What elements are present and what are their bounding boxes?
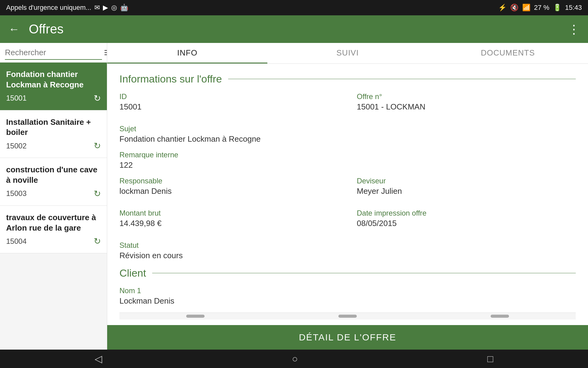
tab-bar: INFO SUIVI DOCUMENTS [107, 43, 588, 64]
status-bar-notifications: Appels d'urgence uniquem... ✉ ▶ ◎ 🤖 [6, 4, 128, 12]
field-montant-value: 14.439,98 € [119, 219, 338, 228]
email-icon: ✉ [94, 4, 100, 12]
detail-action-button[interactable]: DÉTAIL DE L'OFFRE [107, 325, 588, 350]
field-offre: Offre n° 15001 - LOCKMAN [357, 92, 576, 112]
sidebar: Fondation chantier Lockman à Recogne 150… [0, 43, 107, 350]
refresh-icon[interactable]: ↻ [94, 236, 101, 246]
field-montant-label: Montant brut [119, 209, 338, 217]
field-date-impression-value: 08/05/2015 [357, 219, 576, 228]
signal-icon: ▶ [103, 4, 108, 12]
main-content: Fondation chantier Lockman à Recogne 150… [0, 43, 588, 350]
list-item-title: Installation Sanitaire + boiler [6, 117, 101, 138]
field-id-label: ID [119, 92, 338, 101]
detail-content: Informations sur l'offre ID 15001 Offre … [107, 64, 588, 325]
list-item-title: construction d'une cave à noville [6, 165, 101, 186]
section-divider [228, 79, 576, 79]
status-bar: Appels d'urgence uniquem... ✉ ▶ ◎ 🤖 ⚡ 🔇 … [0, 0, 588, 15]
nav-bar: ◁ ○ □ [0, 350, 588, 368]
list-item[interactable]: construction d'une cave à noville 15003 … [0, 158, 107, 206]
status-bar-right: ⚡ 🔇 📶 27 % 🔋 15:43 [498, 4, 582, 12]
detail-action-label: DÉTAIL DE L'OFFRE [299, 332, 396, 343]
filter-icon[interactable] [104, 50, 107, 55]
refresh-icon[interactable]: ↻ [94, 93, 101, 103]
page-title: Offres [29, 22, 568, 36]
field-statut-label: Statut [119, 241, 576, 250]
field-remarque: Remarque interne 122 [119, 151, 576, 170]
android-icon: 🤖 [120, 4, 128, 12]
nav-home-button[interactable]: ○ [292, 353, 298, 365]
field-offre-label: Offre n° [357, 92, 576, 101]
tab-documents[interactable]: DOCUMENTS [428, 43, 588, 63]
nav-recents-button[interactable]: □ [487, 353, 493, 365]
field-id-value: 15001 [119, 102, 338, 112]
battery-text: 27 % [534, 4, 549, 12]
field-responsable-value: lockman Denis [119, 186, 338, 196]
scroll-indicator [338, 315, 357, 318]
refresh-icon[interactable]: ↻ [94, 141, 101, 151]
scroll-hint [119, 312, 576, 320]
mute-icon: 🔇 [510, 4, 518, 12]
search-input[interactable] [5, 48, 104, 57]
bluetooth-icon: ⚡ [498, 4, 507, 12]
montant-grid: Montant brut 14.439,98 € Date impression… [119, 209, 576, 235]
battery-icon: 🔋 [553, 4, 561, 12]
field-offre-value: 15001 - LOCKMAN [357, 102, 576, 112]
field-responsable: Responsable lockman Denis [119, 177, 338, 196]
client-section-header: Client [119, 267, 576, 279]
field-nom1-label: Nom 1 [119, 286, 576, 295]
list-item[interactable]: Installation Sanitaire + boiler 15002 ↻ [0, 110, 107, 158]
right-panel: INFO SUIVI DOCUMENTS Informations sur l'… [107, 43, 588, 350]
list-item-id: 15003 [6, 189, 27, 198]
field-sujet-value: Fondation chantier Lockman à Recogne [119, 134, 576, 144]
field-sujet-label: Sujet [119, 125, 576, 133]
offer-list: Fondation chantier Lockman à Recogne 150… [0, 63, 107, 350]
offer-info-grid: ID 15001 Offre n° 15001 - LOCKMAN [119, 92, 576, 118]
time: 15:43 [565, 4, 582, 12]
wifi-icon: 📶 [522, 4, 530, 12]
field-statut-value: Révision en cours [119, 251, 576, 260]
tab-suivi[interactable]: SUIVI [267, 43, 428, 63]
field-deviseur: Deviseur Meyer Julien [357, 177, 576, 196]
list-item-title: Fondation chantier Lockman à Recogne [6, 69, 101, 90]
field-date-impression-label: Date impression offre [357, 209, 576, 217]
search-bar [0, 43, 107, 63]
field-remarque-label: Remarque interne [119, 151, 576, 159]
list-item-id: 15001 [6, 94, 27, 102]
field-statut: Statut Révision en cours [119, 241, 576, 260]
scroll-indicator [186, 315, 205, 318]
field-remarque-value: 122 [119, 160, 576, 170]
client-section-title: Client [119, 267, 146, 279]
field-deviseur-value: Meyer Julien [357, 186, 576, 196]
more-menu-button[interactable]: ⋮ [568, 22, 579, 36]
location-icon: ◎ [111, 4, 117, 12]
list-item-id: 15002 [6, 142, 27, 150]
offer-info-section-header: Informations sur l'offre [119, 73, 576, 85]
field-nom1: Nom 1 Lockman Denis [119, 286, 576, 306]
tab-info[interactable]: INFO [107, 43, 267, 63]
offer-info-section-title: Informations sur l'offre [119, 73, 222, 85]
notification-text: Appels d'urgence uniquem... [6, 4, 91, 12]
field-date-impression: Date impression offre 08/05/2015 [357, 209, 576, 228]
field-sujet: Sujet Fondation chantier Lockman à Recog… [119, 125, 576, 144]
list-item[interactable]: travaux de couverture à Arlon rue de la … [0, 206, 107, 254]
field-responsable-label: Responsable [119, 177, 338, 185]
refresh-icon[interactable]: ↻ [94, 189, 101, 199]
field-deviseur-label: Deviseur [357, 177, 576, 185]
responsable-grid: Responsable lockman Denis Deviseur Meyer… [119, 177, 576, 203]
list-item[interactable]: Fondation chantier Lockman à Recogne 150… [0, 63, 107, 110]
list-item-id: 15004 [6, 237, 27, 246]
nav-back-button[interactable]: ◁ [95, 353, 102, 365]
field-montant: Montant brut 14.439,98 € [119, 209, 338, 228]
back-button[interactable]: ← [9, 23, 20, 36]
field-nom1-value: Lockman Denis [119, 296, 576, 306]
field-id: ID 15001 [119, 92, 338, 112]
list-item-title: travaux de couverture à Arlon rue de la … [6, 213, 101, 233]
scroll-indicator [491, 315, 509, 318]
app-bar: ← Offres ⋮ [0, 15, 588, 43]
section-divider [152, 273, 576, 273]
